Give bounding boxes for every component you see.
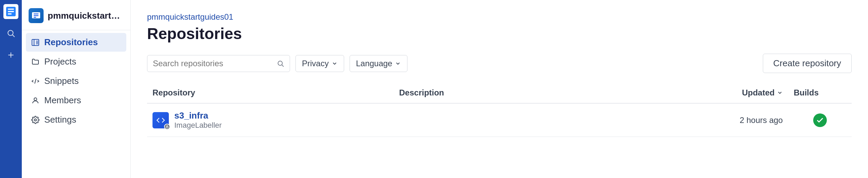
sidebar-item-repositories[interactable]: Repositories <box>26 33 126 52</box>
repo-builds <box>788 103 852 137</box>
col-header-builds: Builds <box>788 84 852 103</box>
sidebar-item-label: Snippets <box>44 76 79 86</box>
svg-line-17 <box>282 65 284 67</box>
repositories-table: Repository Description Updated Builds <box>147 84 852 137</box>
build-success-icon[interactable] <box>813 113 827 127</box>
search-box[interactable] <box>147 55 290 72</box>
sidebar-org: pmmquickstartguid... <box>22 5 130 30</box>
sort-desc-icon <box>777 90 783 96</box>
sidebar-item-label: Members <box>44 95 81 106</box>
page-title: Repositories <box>147 24 852 43</box>
sidebar-nav: Repositories Projects Snippets Members <box>22 33 130 129</box>
org-avatar <box>29 8 44 23</box>
language-filter-label: Language <box>356 59 392 68</box>
language-filter-button[interactable]: Language <box>350 55 408 72</box>
sidebar-item-settings[interactable]: Settings <box>26 110 126 129</box>
repo-name-cell: s3_infra ImageLabeller <box>152 110 388 130</box>
svg-rect-18 <box>166 126 168 128</box>
sidebar-item-members[interactable]: Members <box>26 91 126 110</box>
repo-description <box>394 103 676 137</box>
icon-bar <box>0 0 22 178</box>
svg-line-2 <box>13 35 15 37</box>
repo-subname: ImageLabeller <box>174 121 222 130</box>
sidebar-item-label: Repositories <box>44 37 98 48</box>
table-row: s3_infra ImageLabeller 2 hours ago <box>147 103 852 137</box>
chevron-down-icon <box>332 60 338 67</box>
breadcrumb[interactable]: pmmquickstartguides01 <box>147 12 852 22</box>
repo-name-info: s3_infra ImageLabeller <box>174 110 222 130</box>
search-input[interactable] <box>153 59 273 68</box>
privacy-filter-label: Privacy <box>302 59 329 68</box>
search-icon <box>277 60 284 67</box>
svg-point-14 <box>34 98 37 101</box>
repo-updated: 2 hours ago <box>676 103 788 137</box>
repo-avatar <box>152 112 169 128</box>
col-header-description: Description <box>394 84 676 103</box>
search-icon[interactable] <box>3 26 18 41</box>
sidebar-item-projects[interactable]: Projects <box>26 52 126 71</box>
lock-badge <box>164 124 170 130</box>
toolbar: Privacy Language Create repository <box>147 54 852 73</box>
sidebar-item-label: Projects <box>44 56 76 67</box>
col-header-repository: Repository <box>147 84 394 103</box>
create-repository-button[interactable]: Create repository <box>763 54 852 73</box>
main-content: pmmquickstartguides01 Repositories Priva… <box>131 0 868 178</box>
org-name: pmmquickstartguid... <box>48 11 124 21</box>
repo-name-link[interactable]: s3_infra <box>174 110 222 121</box>
bitbucket-logo[interactable] <box>3 4 18 19</box>
svg-point-1 <box>8 30 13 35</box>
sidebar-item-snippets[interactable]: Snippets <box>26 72 126 90</box>
chevron-down-icon <box>395 60 401 67</box>
create-icon[interactable] <box>3 48 18 63</box>
col-header-updated[interactable]: Updated <box>676 84 788 103</box>
privacy-filter-button[interactable]: Privacy <box>295 55 344 72</box>
svg-point-15 <box>34 119 36 121</box>
sidebar: pmmquickstartguid... Repositories Projec… <box>22 0 131 178</box>
sidebar-item-label: Settings <box>44 114 76 125</box>
svg-point-16 <box>278 61 283 65</box>
